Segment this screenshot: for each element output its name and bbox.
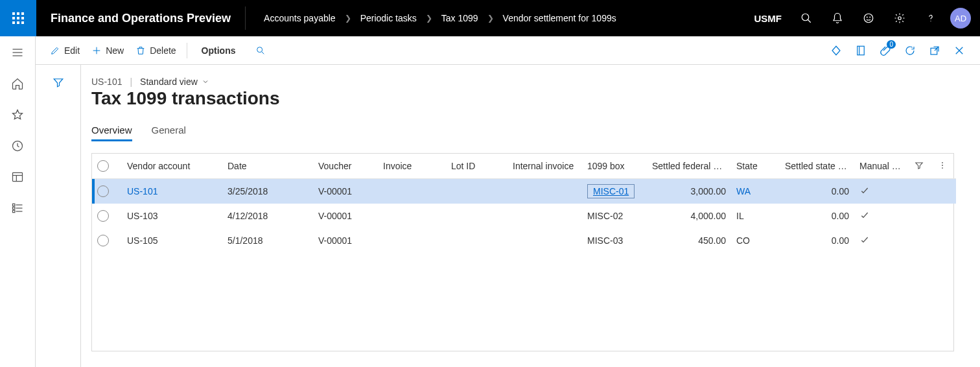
- tab-overview[interactable]: Overview: [91, 124, 132, 141]
- col-state[interactable]: State: [731, 154, 780, 179]
- breadcrumb-item[interactable]: Accounts payable: [264, 13, 336, 23]
- cell-manual-entry[interactable]: [854, 228, 909, 253]
- table-row[interactable]: US-1034/12/2018V-00001MISC-024,000.00IL0…: [92, 204, 956, 228]
- company-picker[interactable]: USMF: [745, 13, 791, 24]
- cell-1099-box[interactable]: MISC-02: [587, 211, 623, 221]
- col-invoice[interactable]: Invoice: [378, 154, 446, 179]
- cell-internal-invoice[interactable]: [508, 228, 582, 253]
- col-internal-invoice[interactable]: Internal invoice: [508, 154, 582, 179]
- cell-lot-id[interactable]: [446, 204, 508, 228]
- cell-invoice[interactable]: [378, 228, 446, 253]
- nav-recent[interactable]: [10, 139, 25, 153]
- refresh-button[interactable]: [898, 40, 922, 61]
- breadcrumb: Accounts payable ❯ Periodic tasks ❯ Tax …: [246, 13, 616, 23]
- cell-voucher[interactable]: V-00001: [313, 228, 378, 253]
- nav-favorites[interactable]: [10, 108, 25, 122]
- row-selector[interactable]: [97, 235, 109, 246]
- cell-vendor-account[interactable]: US-103: [127, 211, 158, 221]
- nav-workspaces[interactable]: [10, 170, 25, 184]
- col-manual-entry[interactable]: Manual En...: [854, 154, 909, 179]
- app-title: Finance and Operations Preview: [36, 12, 245, 25]
- modules-icon: [11, 202, 24, 215]
- search-button[interactable]: [791, 0, 822, 36]
- col-settled-federal[interactable]: Settled federal 1099: [647, 154, 731, 179]
- select-all[interactable]: [92, 154, 122, 179]
- new-button[interactable]: New: [86, 41, 129, 60]
- tab-general[interactable]: General: [152, 124, 186, 141]
- attachment-count-badge: 0: [887, 40, 896, 49]
- cell-settled-state[interactable]: 0.00: [780, 204, 854, 228]
- grid-filter-button[interactable]: [909, 154, 933, 179]
- breadcrumb-item[interactable]: Periodic tasks: [360, 13, 417, 23]
- close-button[interactable]: [948, 40, 971, 61]
- cell-state[interactable]: CO: [731, 228, 780, 253]
- filter-pane-toggle[interactable]: [36, 65, 81, 367]
- cell-invoice[interactable]: [378, 204, 446, 228]
- settings-button[interactable]: [884, 0, 915, 36]
- cell-date[interactable]: 3/25/2018: [222, 179, 313, 204]
- svg-point-40: [942, 167, 943, 169]
- cell-invoice[interactable]: [378, 179, 446, 204]
- view-selector[interactable]: Standard view: [140, 77, 209, 87]
- find-button[interactable]: [250, 41, 271, 60]
- cell-internal-invoice[interactable]: [508, 204, 582, 228]
- svg-rect-8: [21, 21, 24, 24]
- cell-settled-federal[interactable]: 3,000.00: [647, 179, 731, 204]
- cell-manual-entry[interactable]: [854, 179, 909, 204]
- svg-rect-7: [17, 21, 19, 24]
- cell-manual-entry[interactable]: [854, 204, 909, 228]
- cell-settled-state[interactable]: 0.00: [780, 228, 854, 253]
- col-lot-id[interactable]: Lot ID: [446, 154, 508, 179]
- cell-settled-federal[interactable]: 4,000.00: [647, 204, 731, 228]
- col-voucher[interactable]: Voucher: [313, 154, 378, 179]
- cell-vendor-account[interactable]: US-101: [127, 186, 158, 196]
- cell-state[interactable]: IL: [731, 204, 780, 228]
- cell-settled-federal[interactable]: 450.00: [647, 228, 731, 253]
- grid-more-button[interactable]: [933, 154, 956, 179]
- nav-expand-button[interactable]: [10, 45, 25, 60]
- question-icon: [925, 12, 937, 24]
- cell-voucher[interactable]: V-00001: [313, 204, 378, 228]
- nav-home[interactable]: [10, 77, 25, 91]
- help-button[interactable]: [915, 0, 946, 36]
- popout-button[interactable]: [923, 40, 946, 61]
- feedback-button[interactable]: [853, 0, 884, 36]
- cell-settled-state[interactable]: 0.00: [780, 179, 854, 204]
- open-office-button[interactable]: [849, 40, 872, 61]
- cell-lot-id[interactable]: [446, 228, 508, 253]
- chevron-right-icon: ❯: [426, 14, 432, 23]
- transactions-grid: Vendor account Date Voucher Invoice Lot …: [91, 153, 954, 351]
- col-date[interactable]: Date: [222, 154, 313, 179]
- user-avatar[interactable]: AD: [950, 8, 971, 29]
- attachments-button[interactable]: 0: [874, 40, 897, 61]
- edit-button[interactable]: Edit: [45, 41, 85, 60]
- delete-button[interactable]: Delete: [130, 41, 181, 60]
- col-settled-state[interactable]: Settled state 1...: [780, 154, 854, 179]
- svg-rect-0: [12, 12, 15, 15]
- gear-icon: [894, 12, 905, 24]
- col-vendor-account[interactable]: Vendor account: [122, 154, 222, 179]
- app-launcher-button[interactable]: [0, 0, 36, 36]
- svg-rect-5: [21, 17, 24, 19]
- cell-1099-box[interactable]: MISC-01: [587, 184, 635, 198]
- table-row[interactable]: US-1055/1/2018V-00001MISC-03450.00CO0.00: [92, 228, 956, 253]
- cell-date[interactable]: 5/1/2018: [222, 228, 313, 253]
- table-row[interactable]: US-1013/25/2018V-00001MISC-013,000.00WA0…: [92, 179, 956, 204]
- breadcrumb-item[interactable]: Tax 1099: [441, 13, 478, 23]
- breadcrumb-item[interactable]: Vendor settlement for 1099s: [503, 13, 616, 23]
- row-selector[interactable]: [97, 185, 109, 197]
- options-tab[interactable]: Options: [196, 41, 241, 60]
- col-1099-box[interactable]: 1099 box: [582, 154, 647, 179]
- nav-modules[interactable]: [10, 201, 25, 215]
- cell-1099-box[interactable]: MISC-03: [587, 235, 623, 246]
- cell-voucher[interactable]: V-00001: [313, 179, 378, 204]
- cell-state[interactable]: WA: [731, 179, 780, 204]
- notifications-button[interactable]: [822, 0, 853, 36]
- cell-internal-invoice[interactable]: [508, 179, 582, 204]
- cell-vendor-account[interactable]: US-105: [127, 235, 158, 246]
- cell-date[interactable]: 4/12/2018: [222, 204, 313, 228]
- circle-icon: [97, 160, 109, 172]
- cell-lot-id[interactable]: [446, 179, 508, 204]
- row-selector[interactable]: [97, 210, 109, 222]
- personalize-button[interactable]: [824, 40, 848, 61]
